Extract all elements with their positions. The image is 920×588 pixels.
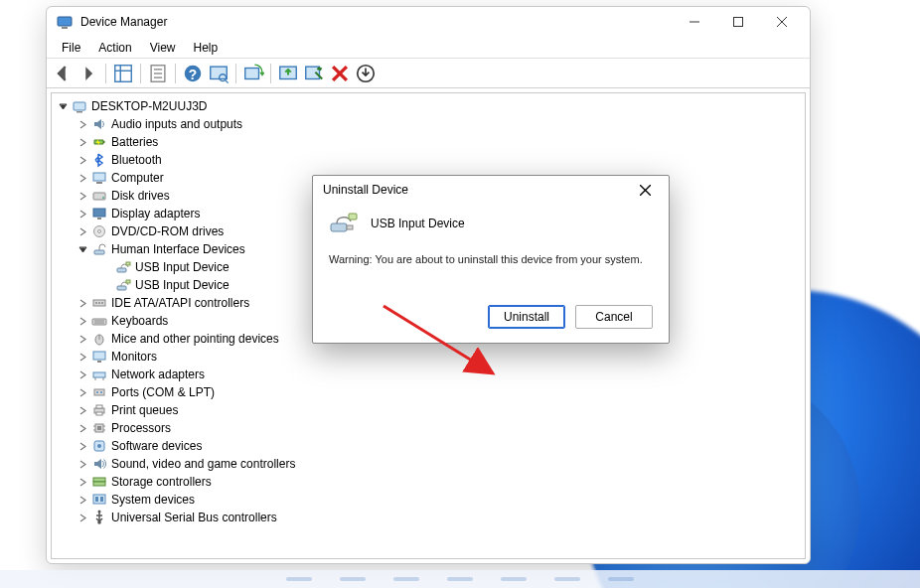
taskbar-item[interactable]: [447, 577, 473, 581]
taskbar-item[interactable]: [340, 577, 366, 581]
tree-item-label: Bluetooth: [111, 151, 162, 169]
twisty-collapsed-icon[interactable]: [76, 224, 89, 238]
minimize-button[interactable]: [673, 8, 716, 36]
tree-category-system[interactable]: System devices: [54, 491, 803, 509]
tree-category-cpu[interactable]: Processors: [54, 419, 803, 437]
svg-rect-28: [93, 173, 105, 181]
tree-category-storage[interactable]: Storage controllers: [54, 473, 803, 491]
mouse-icon: [91, 331, 107, 347]
svg-rect-15: [211, 67, 228, 78]
svg-rect-29: [96, 182, 102, 184]
tree-category-printer[interactable]: Print queues: [54, 401, 803, 419]
twisty-collapsed-icon[interactable]: [76, 296, 89, 310]
toolbar-forward-button[interactable]: [77, 62, 100, 85]
twisty-expanded-icon[interactable]: [56, 99, 70, 113]
svg-rect-80: [349, 214, 357, 220]
hid-icon: [91, 241, 107, 257]
close-button[interactable]: [760, 8, 804, 36]
uninstall-button[interactable]: Uninstall: [488, 305, 565, 329]
twisty-collapsed-icon[interactable]: [76, 368, 89, 381]
twisty-collapsed-icon[interactable]: [76, 117, 89, 131]
tree-category-battery[interactable]: Batteries: [54, 133, 803, 151]
taskbar-item[interactable]: [608, 577, 634, 581]
tree-category-ports[interactable]: Ports (COM & LPT): [54, 383, 803, 401]
tree-item-label: Ports (COM & LPT): [111, 383, 215, 401]
tree-root[interactable]: DESKTOP-M2UUJ3D: [54, 97, 803, 115]
toolbar-back-button[interactable]: [51, 62, 75, 85]
twisty-collapsed-icon[interactable]: [76, 171, 89, 185]
tree-item-label: Batteries: [111, 133, 158, 151]
tree-category-software[interactable]: Software devices: [54, 437, 803, 455]
svg-rect-39: [117, 286, 126, 290]
tree-item-label: USB Input Device: [135, 276, 230, 294]
twisty-collapsed-icon[interactable]: [76, 135, 89, 149]
tree-item-label: Processors: [111, 419, 171, 437]
twisty-expanded-icon[interactable]: [76, 242, 89, 256]
svg-rect-18: [245, 68, 259, 78]
twisty-collapsed-icon[interactable]: [76, 332, 89, 346]
taskbar-item[interactable]: [393, 577, 419, 581]
cancel-button[interactable]: Cancel: [575, 305, 653, 329]
tree-category-sound[interactable]: Sound, video and game controllers: [54, 455, 803, 473]
taskbar-item[interactable]: [286, 577, 312, 581]
ide-icon: [91, 295, 107, 311]
svg-rect-37: [117, 268, 126, 272]
toolbar-scan-button[interactable]: [241, 62, 265, 85]
twisty-collapsed-icon[interactable]: [76, 421, 89, 435]
svg-rect-73: [100, 497, 103, 502]
toolbar-action-button[interactable]: [354, 62, 378, 85]
menu-help[interactable]: Help: [185, 39, 228, 57]
maximize-button[interactable]: [716, 8, 760, 36]
battery-icon: [91, 134, 107, 150]
taskbar[interactable]: [0, 570, 920, 588]
tree-category-speaker[interactable]: Audio inputs and outputs: [54, 115, 803, 133]
toolbar-disable-button[interactable]: [328, 62, 352, 85]
svg-rect-62: [97, 426, 101, 430]
taskbar-item[interactable]: [554, 577, 580, 581]
svg-rect-1: [62, 27, 68, 29]
titlebar[interactable]: Device Manager: [47, 7, 810, 37]
toolbar-properties-button[interactable]: [146, 62, 170, 85]
menu-view[interactable]: View: [141, 39, 185, 57]
toolbar-query-button[interactable]: [207, 62, 230, 85]
app-icon: [57, 14, 73, 30]
svg-point-44: [101, 302, 103, 304]
svg-rect-36: [94, 250, 104, 254]
tree-item-label: Monitors: [111, 348, 157, 366]
toolbar-separator: [140, 64, 141, 83]
tree-item-label: DESKTOP-M2UUJ3D: [91, 97, 207, 115]
tree-category-usb[interactable]: Universal Serial Bus controllers: [54, 509, 803, 526]
tree-item-label: Sound, video and game controllers: [111, 455, 295, 473]
bluetooth-icon: [91, 152, 107, 168]
toolbar-show-hidden-button[interactable]: [111, 62, 135, 85]
usbhid-icon: [115, 259, 131, 275]
twisty-collapsed-icon[interactable]: [76, 403, 89, 417]
twisty-collapsed-icon[interactable]: [76, 207, 89, 220]
twisty-collapsed-icon[interactable]: [76, 385, 89, 399]
menu-action[interactable]: Action: [89, 39, 140, 57]
svg-rect-71: [93, 495, 105, 504]
software-icon: [91, 438, 107, 454]
tree-category-bluetooth[interactable]: Bluetooth: [54, 151, 803, 169]
dialog-close-button[interactable]: [627, 178, 663, 202]
twisty-collapsed-icon[interactable]: [76, 511, 89, 524]
cdrom-icon: [91, 223, 107, 239]
dialog-titlebar[interactable]: Uninstall Device: [313, 176, 669, 204]
twisty-collapsed-icon[interactable]: [76, 153, 89, 167]
tree-category-monitor[interactable]: Monitors: [54, 348, 803, 366]
twisty-collapsed-icon[interactable]: [76, 439, 89, 453]
taskbar-item[interactable]: [501, 577, 527, 581]
twisty-collapsed-icon[interactable]: [76, 475, 89, 489]
tree-category-network[interactable]: Network adapters: [54, 366, 803, 383]
twisty-collapsed-icon[interactable]: [76, 457, 89, 471]
toolbar-update-driver-button[interactable]: [276, 62, 300, 85]
twisty-collapsed-icon[interactable]: [76, 314, 89, 328]
menu-file[interactable]: File: [53, 39, 89, 57]
toolbar-uninstall-button[interactable]: [302, 62, 326, 85]
twisty-collapsed-icon[interactable]: [76, 493, 89, 507]
twisty-collapsed-icon[interactable]: [76, 350, 89, 364]
svg-point-74: [98, 511, 101, 514]
tree-item-label: Keyboards: [111, 312, 168, 330]
toolbar-help-button[interactable]: ?: [181, 62, 205, 85]
twisty-collapsed-icon[interactable]: [76, 189, 89, 203]
